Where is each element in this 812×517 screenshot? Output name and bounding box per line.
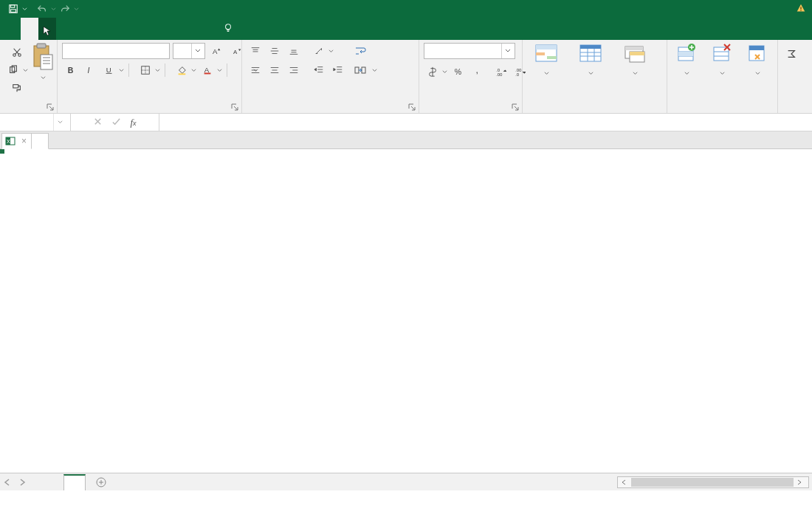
wrap-text-button[interactable] [354,43,377,59]
tab-page-layout[interactable] [56,18,74,40]
tell-me[interactable] [216,18,245,40]
sheet-nav-next-icon[interactable] [15,475,30,490]
horizontal-scrollbar[interactable] [617,476,809,488]
scroll-left-icon[interactable] [618,477,630,487]
accounting-format-icon[interactable] [424,64,441,80]
font-name-input[interactable] [63,46,179,56]
tab-home[interactable] [21,18,38,40]
tab-data[interactable] [92,18,109,40]
cell-styles-button[interactable] [616,41,654,78]
merge-dropdown-icon[interactable] [372,65,377,75]
workbook-tab-close-icon[interactable]: × [21,136,27,146]
font-launcher-icon[interactable] [230,103,239,112]
conditional-formatting-dropdown-icon[interactable] [544,68,549,78]
format-as-table-dropdown-icon[interactable] [588,68,593,78]
undo-dropdown-icon[interactable] [51,4,56,14]
name-box[interactable] [0,114,71,131]
delete-cells-button[interactable] [707,41,737,78]
orientation-icon[interactable] [311,43,327,59]
fill-color-icon[interactable] [173,62,190,78]
paste-button[interactable] [30,43,55,83]
increase-font-icon[interactable]: A [209,43,225,59]
alignment-launcher-icon[interactable] [407,103,416,112]
paste-dropdown-icon[interactable] [41,72,46,83]
font-color-dropdown-icon[interactable] [216,68,223,73]
align-right-icon[interactable] [286,62,302,78]
align-top-icon[interactable] [247,43,264,59]
align-center-icon[interactable] [266,62,283,78]
cell-styles-dropdown-icon[interactable] [633,68,638,78]
number-format-input[interactable] [424,46,501,56]
autosum-icon[interactable] [783,46,799,62]
redo-dropdown-icon[interactable] [74,4,79,14]
sheet-tab[interactable] [63,474,86,490]
tab-formulas[interactable] [74,18,92,40]
sheet-nav-prev-icon[interactable] [0,475,15,490]
font-size-dropdown-icon[interactable] [191,44,203,58]
comma-style-icon[interactable]: , [469,64,486,80]
increase-indent-icon[interactable] [330,62,346,78]
number-launcher-icon[interactable] [511,103,520,112]
font-name-combo[interactable] [62,43,170,59]
cancel-formula-icon[interactable] [93,117,103,129]
align-bottom-icon[interactable] [286,43,302,59]
new-sheet-icon[interactable] [93,474,109,490]
format-as-table-button[interactable] [571,41,610,78]
redo-icon[interactable] [56,1,74,17]
enter-formula-icon[interactable] [111,117,121,129]
decrease-indent-icon[interactable] [311,62,327,78]
tab-help[interactable] [180,18,198,40]
insert-cells-dropdown-icon[interactable] [684,68,689,78]
number-format-dropdown-icon[interactable] [501,44,513,58]
scroll-right-icon[interactable] [794,477,805,487]
tab-insert[interactable] [38,18,56,40]
merge-center-button[interactable] [354,62,377,78]
name-box-dropdown-icon[interactable] [53,114,66,131]
underline-icon[interactable]: U [101,62,117,78]
font-size-input[interactable] [173,46,191,56]
formula-input[interactable] [159,114,812,131]
tab-view[interactable] [127,18,145,40]
orientation-dropdown-icon[interactable] [328,49,334,54]
spreadsheet-grid[interactable] [0,149,812,473]
delete-cells-dropdown-icon[interactable] [720,68,725,78]
conditional-formatting-button[interactable] [527,41,565,78]
tab-office[interactable] [162,18,180,40]
font-size-combo[interactable] [173,43,205,59]
accounting-dropdown-icon[interactable] [441,69,448,75]
undo-icon[interactable] [33,1,51,17]
copy-dropdown-icon[interactable] [22,68,29,73]
selection-fill-handle[interactable] [0,149,4,154]
copy-icon[interactable] [5,62,21,78]
number-format-combo[interactable] [424,43,515,59]
align-middle-icon[interactable] [266,43,283,59]
font-color-icon[interactable]: A [199,62,216,78]
tab-file[interactable] [0,18,21,40]
clipboard-launcher-icon[interactable] [46,103,55,112]
workbook-tab[interactable]: X × [1,133,32,149]
scroll-thumb[interactable] [631,478,794,487]
cut-icon[interactable] [5,44,28,61]
format-cells-dropdown-icon[interactable] [755,68,760,78]
format-cells-button[interactable] [743,41,772,78]
align-left-icon[interactable] [247,62,264,78]
format-painter-icon[interactable] [5,80,28,96]
svg-rect-80 [678,52,693,56]
tab-foxit-pdf[interactable] [198,18,216,40]
borders-icon[interactable] [137,62,154,78]
borders-dropdown-icon[interactable] [154,68,161,73]
qat-dropdown-icon[interactable] [22,4,27,14]
fill-color-dropdown-icon[interactable] [190,68,197,73]
insert-function-icon[interactable]: fx [130,117,136,129]
tab-review[interactable] [109,18,127,40]
percent-icon[interactable]: % [450,64,467,80]
underline-dropdown-icon[interactable] [118,68,125,73]
italic-icon[interactable]: I [82,62,98,78]
name-box-input[interactable] [0,117,53,128]
group-font: A A B I U [58,40,242,113]
insert-cells-button[interactable] [672,41,701,78]
increase-decimal-icon[interactable]: .0.00 [493,64,509,80]
bold-icon[interactable]: B [63,62,79,78]
save-icon[interactable] [4,1,22,17]
tab-developer[interactable] [145,18,162,40]
